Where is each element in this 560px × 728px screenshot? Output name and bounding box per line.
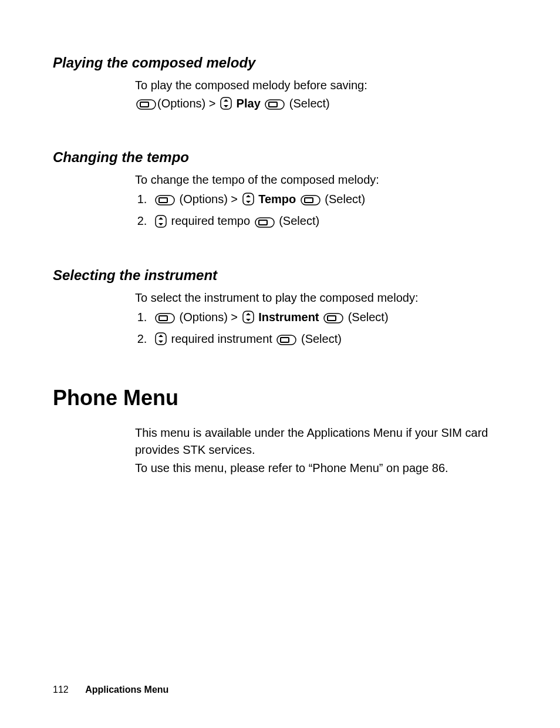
text-select: (Select): [276, 214, 319, 227]
subheading-playing: Playing the composed melody: [53, 53, 507, 73]
subheading-instrument: Selecting the instrument: [53, 265, 507, 286]
label-instrument: Instrument: [258, 311, 322, 323]
svg-rect-11: [255, 218, 274, 227]
nav-updown-icon: [155, 215, 167, 232]
softkey-icon: [301, 193, 321, 210]
nav-updown-icon: [242, 311, 254, 328]
footer-section-name: Applications Menu: [85, 685, 168, 695]
text-select: (Select): [322, 193, 365, 205]
text-required-tempo: required tempo: [168, 214, 254, 227]
step-playing: (Options) > Play (Select): [135, 95, 507, 114]
svg-rect-8: [301, 196, 320, 205]
steps-tempo: (Options) > Tempo (Select) required temp…: [135, 191, 507, 232]
svg-rect-0: [137, 100, 156, 109]
svg-rect-3: [265, 100, 284, 109]
heading-phone-menu: Phone Menu: [53, 383, 507, 413]
svg-rect-5: [156, 196, 174, 205]
step-1: (Options) > Tempo (Select): [150, 191, 507, 210]
intro-instrument: To select the instrument to play the com…: [135, 289, 507, 306]
text-options: (Options) >: [176, 311, 241, 323]
page-footer: 112 Applications Menu: [53, 685, 168, 695]
svg-rect-13: [156, 314, 174, 323]
page-content: Playing the composed melody To play the …: [53, 53, 507, 477]
steps-instrument: (Options) > Instrument (Select) required…: [135, 309, 507, 350]
subsection-tempo: To change the tempo of the composed melo…: [135, 171, 507, 232]
softkey-icon: [155, 193, 175, 210]
text-required-instrument: required instrument: [168, 332, 275, 345]
softkey-icon: [265, 97, 285, 114]
nav-updown-icon: [220, 97, 232, 114]
page-number: 112: [53, 685, 69, 695]
softkey-icon: [323, 311, 343, 328]
step-2: required instrument (Select): [150, 331, 507, 350]
section-phone-menu: This menu is available under the Applica…: [135, 424, 507, 477]
label-tempo: Tempo: [258, 193, 299, 205]
paragraph-2: To use this menu, please refer to “Phone…: [135, 460, 507, 477]
text-options: (Options) >: [176, 193, 241, 205]
nav-updown-icon: [242, 193, 254, 210]
label-play: Play: [237, 97, 264, 110]
paragraph-1: This menu is available under the Applica…: [135, 424, 507, 459]
text-select: (Select): [345, 311, 388, 323]
svg-rect-19: [277, 335, 296, 345]
intro-tempo: To change the tempo of the composed melo…: [135, 171, 507, 188]
softkey-icon: [276, 333, 296, 350]
text-select: (Select): [286, 97, 329, 110]
softkey-icon: [136, 97, 156, 114]
text-options: (Options) >: [157, 97, 219, 110]
nav-updown-icon: [155, 332, 167, 350]
subsection-instrument: To select the instrument to play the com…: [135, 289, 507, 350]
softkey-icon: [155, 311, 175, 328]
subsection-playing: To play the composed melody before savin…: [135, 77, 507, 114]
step-1: (Options) > Instrument (Select): [150, 309, 507, 328]
intro-playing: To play the composed melody before savin…: [135, 77, 507, 94]
document-page: Playing the composed melody To play the …: [0, 0, 560, 728]
svg-rect-16: [324, 314, 343, 323]
text-select: (Select): [298, 332, 341, 345]
softkey-icon: [255, 215, 275, 232]
subheading-tempo: Changing the tempo: [53, 147, 507, 168]
step-2: required tempo (Select): [150, 213, 507, 232]
